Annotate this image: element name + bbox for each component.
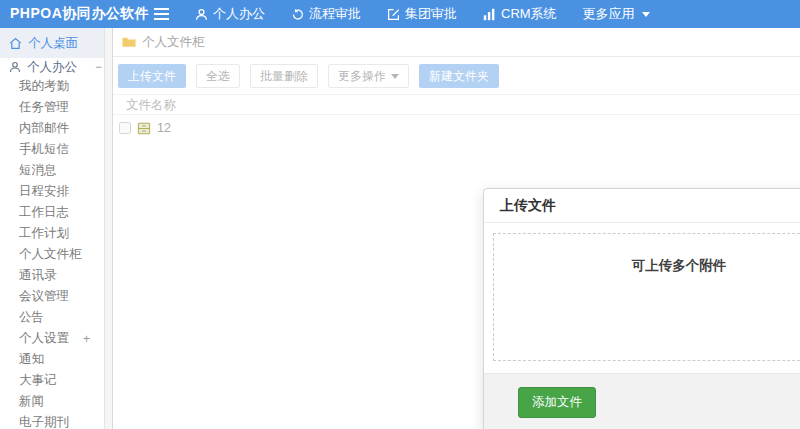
row-checkbox[interactable] [119,122,131,134]
sidebar-item-label: 公告 [19,309,44,326]
sidebar-item-label: 任务管理 [19,99,69,116]
sidebar-item-personal-settings[interactable]: 个人设置 + [0,328,112,349]
sidebar-item-work-plan[interactable]: 工作计划 [0,223,112,244]
top-nav: 个人办公 流程审批 集团审批 CRM系统 [195,5,676,23]
app-logo: PHPOA协同办公软件 [0,5,148,23]
sidebar-item-announcements[interactable]: 公告 [0,307,112,328]
select-all-button[interactable]: 全选 [196,64,240,88]
sidebar-item-label: 短消息 [19,162,57,179]
file-cabinet-drawer-icon [137,122,151,135]
sidebar-item-label: 内部邮件 [19,120,69,137]
sidebar-item-e-journal[interactable]: 电子期刊 [0,412,112,429]
new-folder-button[interactable]: 新建文件夹 [419,64,499,88]
file-name: 12 [157,121,171,135]
sidebar-item-personal-desktop[interactable]: 个人桌面 [0,28,112,58]
nav-label: CRM系统 [501,5,557,23]
sidebar-item-label: 我的考勤 [19,78,69,95]
expand-plus-icon[interactable]: + [83,332,90,346]
nav-label: 更多应用 [583,5,635,23]
nav-group-approval[interactable]: 集团审批 [387,5,457,23]
nav-label: 集团审批 [405,5,457,23]
sidebar-item-label: 个人桌面 [28,35,78,52]
dialog-body: 可上传多个附件 [484,223,800,373]
nav-label: 流程审批 [309,5,361,23]
caret-down-icon [391,74,399,79]
more-actions-label: 更多操作 [338,70,386,82]
nav-label: 个人办公 [213,5,265,23]
upload-file-button[interactable]: 上传文件 [118,64,186,88]
sidebar-item-schedule[interactable]: 日程安排 [0,181,112,202]
folder-icon [122,36,136,48]
top-bar: PHPOA协同办公软件 个人办公 流程审批 [0,0,800,28]
sidebar-item-label: 电子期刊 [19,414,69,429]
sidebar-item-label: 日程安排 [19,183,69,200]
more-actions-button[interactable]: 更多操作 [328,64,409,88]
upload-dialog: 上传文件 可上传多个附件 添加文件 [483,188,800,429]
add-file-button[interactable]: 添加文件 [518,387,596,418]
process-clock-icon [291,8,304,21]
sidebar-item-tasks[interactable]: 任务管理 [0,97,112,118]
sidebar-item-notifications[interactable]: 通知 [0,349,112,370]
sidebar-item-work-log[interactable]: 工作日志 [0,202,112,223]
nav-crm-system[interactable]: CRM系统 [483,5,557,23]
sidebar-item-file-cabinet[interactable]: 个人文件柜 [0,244,112,265]
sidebar-item-meetings[interactable]: 会议管理 [0,286,112,307]
dropzone-hint: 可上传多个附件 [632,258,727,273]
caret-down-icon [642,12,650,17]
sidebar-item-label: 工作计划 [19,225,69,242]
sidebar-item-news[interactable]: 新闻 [0,391,112,412]
bar-chart-icon [483,8,496,21]
sidebar-scrollbar[interactable] [104,28,112,429]
sidebar-item-contacts[interactable]: 通讯录 [0,265,112,286]
dialog-title: 上传文件 [484,189,800,223]
sidebar-item-events[interactable]: 大事记 [0,370,112,391]
sidebar-item-label: 工作日志 [19,204,69,221]
nav-more-apps[interactable]: 更多应用 [583,5,650,23]
person-icon [195,8,208,21]
sidebar-item-label: 手机短信 [19,141,69,158]
sidebar-item-label: 大事记 [19,372,57,389]
sidebar: 个人桌面 个人办公 − 我的考勤 任务管理 内部邮件 手机短信 短消息 日程安排… [0,28,112,429]
sidebar-item-label: 个人办公 [27,59,77,76]
table-column-header-filename: 文件名称 [113,94,800,115]
sidebar-item-label: 个人文件柜 [19,246,82,263]
batch-delete-button[interactable]: 批量删除 [250,64,318,88]
sidebar-item-label: 通讯录 [19,267,57,284]
sidebar-item-short-messages[interactable]: 短消息 [0,160,112,181]
sidebar-item-attendance[interactable]: 我的考勤 [0,76,112,97]
toolbar: 上传文件 全选 批量删除 更多操作 新建文件夹 [113,57,800,94]
nav-process-approval[interactable]: 流程审批 [291,5,361,23]
collapse-minus-icon[interactable]: − [95,60,102,74]
dialog-footer: 添加文件 [484,373,800,429]
sidebar-item-label: 会议管理 [19,288,69,305]
edit-icon [387,8,400,21]
breadcrumb: 个人文件柜 [113,28,800,57]
breadcrumb-label: 个人文件柜 [142,34,205,51]
sidebar-item-personal-office[interactable]: 个人办公 − [0,58,112,76]
upload-dropzone: 可上传多个附件 [493,233,800,361]
hamburger-menu-icon[interactable] [148,8,175,20]
sidebar-item-label: 新闻 [19,393,44,410]
sidebar-item-label: 个人设置 [19,330,69,347]
sidebar-item-internal-mail[interactable]: 内部邮件 [0,118,112,139]
sidebar-item-label: 通知 [19,351,44,368]
file-row[interactable]: 12 [113,115,800,141]
sidebar-item-sms[interactable]: 手机短信 [0,139,112,160]
nav-personal-office[interactable]: 个人办公 [195,5,265,23]
person-icon [9,61,21,73]
home-icon [9,37,22,50]
